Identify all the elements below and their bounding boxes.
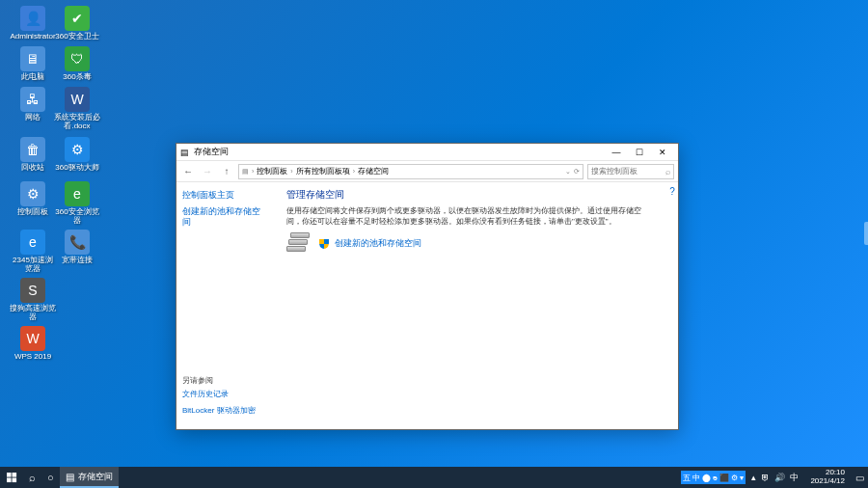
- maximize-button[interactable]: ☐: [628, 145, 651, 160]
- desktop-icon-7[interactable]: ⚙360驱动大师: [54, 137, 100, 173]
- breadcrumb[interactable]: ▤ › 控制面板 › 所有控制面板项 › 存储空间 ⌄ ⟳: [238, 164, 583, 179]
- main-description: 使用存储空间将文件保存到两个或更多驱动器，以便在驱动器发生故障时为你提供保护。通…: [286, 205, 651, 227]
- breadcrumb-dropdown-icon[interactable]: ⌄: [565, 168, 571, 176]
- sidebar-footer-link-1[interactable]: BitLocker 驱动器加密: [182, 406, 265, 416]
- start-button[interactable]: [0, 467, 23, 488]
- ime-item-2[interactable]: ⬤: [702, 474, 711, 482]
- sidebar-link-create[interactable]: 创建新的池和存储空间: [182, 206, 265, 228]
- desktop-icon-9[interactable]: e360安全浏览器: [54, 181, 100, 226]
- clock[interactable]: 20:10 2021/4/12: [804, 469, 851, 486]
- titlebar[interactable]: ▤ 存储空间 — ☐ ✕: [176, 144, 678, 161]
- search-box[interactable]: ⌕: [587, 164, 674, 179]
- desktop-icon-0[interactable]: 👤Administrator: [10, 6, 56, 41]
- desktop-icon-2[interactable]: 🖥此电脑: [10, 46, 56, 82]
- sidebar-link-home[interactable]: 控制面板主页: [182, 190, 265, 201]
- up-button[interactable]: ↑: [219, 164, 234, 179]
- desktop-icon-13[interactable]: WWPS 2019: [10, 326, 56, 362]
- sidebar-footer-header: 另请参阅: [182, 375, 265, 386]
- system-tray: 五中⬤ə⬛⚙▾ ▴⛨🔊中 20:10 2021/4/12 ▭: [681, 467, 868, 488]
- notification-center-icon[interactable]: ▭: [851, 473, 868, 483]
- clock-date: 2021/4/12: [810, 477, 845, 486]
- ime-item-6[interactable]: ▾: [740, 474, 744, 482]
- help-icon[interactable]: ?: [669, 186, 675, 197]
- ime-item-1[interactable]: 中: [692, 473, 700, 483]
- crumb-1[interactable]: 所有控制面板项: [296, 166, 350, 176]
- uac-shield-icon: [319, 239, 329, 249]
- taskbar-app-icon: ▤: [66, 472, 74, 482]
- tray-icon-3[interactable]: 中: [790, 472, 799, 484]
- taskbar-search-button[interactable]: ⌕: [23, 467, 41, 488]
- taskbar-cortana-button[interactable]: ○: [41, 467, 60, 488]
- tray-icon-1[interactable]: ⛨: [761, 473, 770, 482]
- desktop-icon-5[interactable]: W系统安装后必看.docx: [54, 87, 100, 131]
- forward-button[interactable]: →: [200, 164, 215, 179]
- content: 控制面板主页 创建新的池和存储空间 另请参阅 文件历史记录 BitLocker …: [176, 182, 678, 429]
- desktop-icon-1[interactable]: ✔360安全卫士: [54, 6, 100, 41]
- desktop-icon-10[interactable]: e2345加速浏览器: [10, 230, 56, 274]
- desktop-icon-6[interactable]: 🗑回收站: [10, 137, 56, 173]
- ime-status-bar[interactable]: 五中⬤ə⬛⚙▾: [681, 471, 746, 484]
- drives-icon: [286, 232, 313, 256]
- crumb-0[interactable]: 控制面板: [257, 166, 287, 176]
- tray-icons: ▴⛨🔊中: [746, 472, 804, 484]
- breadcrumb-root-icon: ▤: [242, 168, 249, 176]
- sidebar-footer-link-0[interactable]: 文件历史记录: [182, 390, 265, 399]
- desktop-icon-11[interactable]: 📞宽带连接: [54, 230, 100, 265]
- main-panel: 管理存储空间 使用存储空间将文件保存到两个或更多驱动器，以便在驱动器发生故障时为…: [271, 182, 666, 429]
- tray-icon-2[interactable]: 🔊: [774, 473, 785, 482]
- search-icon: ⌕: [665, 167, 670, 176]
- minimize-button[interactable]: —: [605, 145, 628, 160]
- ime-item-0[interactable]: 五: [683, 473, 691, 483]
- search-input[interactable]: [591, 167, 665, 176]
- svg-rect-1: [12, 473, 16, 477]
- svg-rect-2: [7, 477, 12, 482]
- taskbar-app-storage[interactable]: ▤ 存储空间: [60, 467, 119, 488]
- taskbar-app-label: 存储空间: [78, 471, 113, 483]
- main-header: 管理存储空间: [286, 188, 651, 202]
- right-edge-indicator: [864, 222, 868, 245]
- svg-rect-3: [12, 477, 16, 482]
- close-button[interactable]: ✕: [651, 145, 674, 160]
- desktop-icon-8[interactable]: ⚙控制面板: [10, 181, 56, 217]
- navbar: ← → ↑ ▤ › 控制面板 › 所有控制面板项 › 存储空间 ⌄ ⟳ ⌕: [176, 161, 678, 182]
- refresh-icon[interactable]: ⟳: [574, 168, 580, 176]
- ime-item-3[interactable]: ə: [713, 474, 718, 482]
- tray-icon-0[interactable]: ▴: [751, 473, 756, 482]
- action-row: 创建新的池和存储空间: [286, 232, 651, 256]
- window-title: 存储空间: [194, 146, 605, 158]
- svg-rect-0: [7, 473, 12, 477]
- desktop-icon-4[interactable]: 🖧网络: [10, 87, 56, 122]
- ime-item-4[interactable]: ⬛: [719, 474, 729, 482]
- back-button[interactable]: ←: [180, 164, 196, 179]
- create-pool-link[interactable]: 创建新的池和存储空间: [335, 238, 421, 250]
- ime-item-5[interactable]: ⚙: [731, 474, 738, 482]
- desktop-icon-12[interactable]: S搜狗高速浏览器: [10, 278, 56, 322]
- control-panel-window: ▤ 存储空间 — ☐ ✕ ← → ↑ ▤ › 控制面板 › 所有控制面板项 › …: [176, 143, 679, 430]
- taskbar: ⌕ ○ ▤ 存储空间 五中⬤ə⬛⚙▾ ▴⛨🔊中 20:10 2021/4/12 …: [0, 467, 868, 488]
- crumb-2[interactable]: 存储空间: [358, 166, 389, 176]
- sidebar: 控制面板主页 创建新的池和存储空间 另请参阅 文件历史记录 BitLocker …: [176, 182, 271, 429]
- desktop-icon-3[interactable]: 🛡360杀毒: [54, 46, 100, 82]
- window-icon: ▤: [180, 148, 190, 157]
